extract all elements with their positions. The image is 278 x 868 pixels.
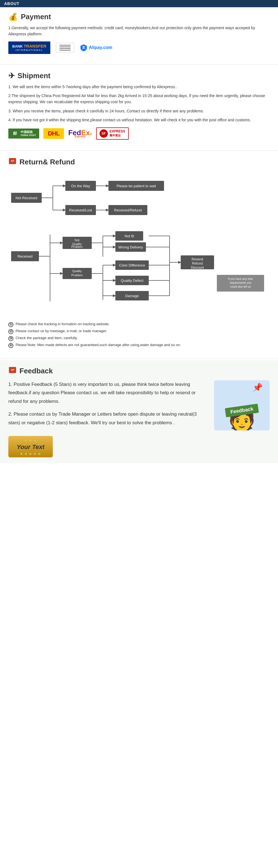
airplane-icon: ✈ [8, 71, 15, 81]
payment-title: 💰 Payment [8, 12, 270, 22]
return-notes-list: ① Please check the tracking in formation… [8, 322, 270, 348]
feedback-header: ↩ Feedback [8, 366, 270, 376]
svg-text:Not fit: Not fit [125, 234, 134, 238]
svg-text:requirements you: requirements you [230, 281, 251, 284]
note-item-3: ③ Check the package and Item, carefully. [8, 336, 270, 341]
svg-text:↩: ↩ [11, 368, 14, 372]
svg-text:On the Way: On the Way [71, 184, 90, 188]
moneybookers-line [60, 48, 71, 49]
bank-transfer-logo: BANK TRANSFER INTERNATIONAL [8, 41, 50, 54]
pin-icon: 📌 [252, 382, 263, 392]
star-icon: ★ [33, 452, 37, 456]
alipay-shield-icon: 支 [80, 44, 88, 52]
shipment-section: ✈ Shipment 1. We will sent the items wit… [0, 66, 278, 149]
svg-text:Received/Refund: Received/Refund [114, 208, 142, 212]
svg-text:Resend: Resend [192, 257, 203, 261]
shipment-para-1: 1. We will sent the items within 5-7work… [8, 84, 270, 90]
note-circle-2: ② [8, 329, 13, 334]
note-item-1: ① Please check the tracking in formation… [8, 322, 270, 327]
return-refund-title: ↩ Return& Refund [8, 157, 270, 167]
note-item-2: ② Please contact us by meesage, e-mail, … [8, 329, 270, 334]
note-circle-4: ④ [8, 343, 13, 348]
feedback-content-row: 1. Positive Feedback (5 Stars) is very i… [8, 380, 270, 432]
banner-container: ★ ★ ★ Your Text ★ ★ ★ ★ ★ [8, 436, 53, 457]
note-circle-1: ① [8, 322, 13, 327]
svg-text:Wrong Delivery: Wrong Delivery [118, 245, 143, 249]
feedback-text-block: 1. Positive Feedback (5 Stars) is very i… [8, 380, 209, 432]
svg-text:If you have any else: If you have any else [228, 277, 253, 280]
stars-bottom: ★ ★ ★ ★ ★ [14, 452, 47, 456]
return-tag-icon: ↩ [8, 157, 17, 165]
moneybookers-line [60, 46, 71, 47]
chinapost-logo: 邮 中国邮政 CHINA POST [8, 128, 39, 138]
star-icon: ★ [29, 452, 32, 456]
header-title: ABOUT [4, 1, 20, 6]
feedback-para-1: 1. Positive Feedback (5 Stars) is very i… [8, 380, 209, 406]
star-icon: ★ [33, 438, 37, 443]
svg-text:Received/Lost: Received/Lost [69, 208, 92, 212]
svg-text:Quality Defect: Quality Defect [120, 278, 143, 283]
shipment-title: ✈ Shipment [8, 71, 270, 81]
svg-text:Problem: Problem [71, 274, 83, 277]
sf-text: EXPRESS顺丰速运 [109, 129, 126, 137]
note-item-4: ④ Please Note: Men made defects are not … [8, 343, 270, 348]
return-icon: ↩ [8, 157, 17, 167]
payment-logos: BANK TRANSFER INTERNATIONAL 支 Alipay.com [8, 41, 270, 54]
svg-text:Not: Not [74, 239, 79, 242]
stars-top: ★ ★ ★ [14, 438, 47, 443]
svg-text:邮: 邮 [13, 131, 17, 135]
svg-text:Discount: Discount [191, 266, 204, 270]
svg-text:could also tell us: could also tell us [230, 285, 251, 288]
svg-text:Problem: Problem [71, 245, 83, 248]
feedback-title: Feedback [20, 367, 53, 375]
dhl-logo: DHL [43, 128, 64, 139]
star-icon: ★ [24, 438, 28, 443]
payment-text: 1.Generally, we accept the following pay… [8, 25, 270, 37]
shipment-para-3: 3. When you receive the items, please ch… [8, 108, 270, 114]
banner-text: Your Text [14, 443, 47, 451]
moneybookers-logo [56, 43, 74, 53]
moneybookers-line [60, 45, 71, 45]
moneybookers-lines [60, 45, 71, 51]
fedex-logo: FedEx® Express [68, 129, 92, 138]
feedback-tag-icon: ↩ [8, 366, 17, 374]
feedback-image: 🧑 📌 Feedback [214, 380, 270, 430]
svg-text:Not Received: Not Received [15, 196, 37, 200]
star-icon: ★ [38, 452, 41, 456]
shipping-logos: 邮 中国邮政 CHINA POST DHL FedEx® Express SF … [8, 127, 270, 140]
shipment-para-4: 4. If you have not got it within the shi… [8, 117, 270, 123]
svg-text:Please be patient to wait: Please be patient to wait [116, 184, 156, 188]
shipment-para-2: 2.The shipment by China Post Registered … [8, 93, 270, 105]
svg-text:Damage: Damage [125, 294, 139, 298]
payment-icon: 💰 [8, 12, 18, 22]
svg-text:Quality: Quality [72, 269, 82, 273]
sf-circle: SF [100, 129, 108, 138]
feedback-section: ↩ Feedback 1. Positive Feedback (5 Stars… [0, 360, 278, 463]
svg-text:Received: Received [18, 254, 33, 258]
star-banner-row: ★ ★ ★ Your Text ★ ★ ★ ★ ★ [8, 436, 53, 457]
your-text-banner: ★ ★ ★ Your Text ★ ★ ★ ★ ★ [8, 436, 53, 457]
star-icon: ★ [29, 438, 32, 443]
svg-text:Color Difference: Color Difference [119, 263, 145, 267]
feedback-icon: ↩ [8, 366, 17, 376]
svg-text:Refund: Refund [192, 261, 203, 266]
feedback-image-inner: 🧑 📌 Feedback [214, 380, 270, 430]
flowchart-container: Not Received On the Way Please be patien… [8, 170, 270, 316]
note-circle-3: ③ [8, 336, 13, 341]
about-header: ABOUT [0, 0, 278, 7]
svg-text:↩: ↩ [11, 159, 14, 163]
banner-area: ★ ★ ★ Your Text ★ ★ ★ ★ ★ [8, 436, 270, 457]
svg-text:支: 支 [82, 45, 85, 50]
star-icon: ★ [20, 452, 23, 456]
moneybookers-line [60, 50, 71, 51]
flowchart-svg: Not Received On the Way Please be patien… [8, 170, 270, 315]
chinapost-icon: 邮 [12, 130, 19, 137]
sf-express-logo: SF EXPRESS顺丰速运 [96, 127, 129, 140]
payment-section: 💰 Payment 1.Generally, we accept the fol… [0, 7, 278, 63]
return-refund-section: ↩ Return& Refund Not Received On the Way [0, 152, 278, 357]
feedback-para-2: 2. Please contact us by Trade Manager or… [8, 410, 209, 427]
alipay-logo: 支 Alipay.com [80, 44, 112, 52]
star-icon: ★ [24, 452, 28, 456]
